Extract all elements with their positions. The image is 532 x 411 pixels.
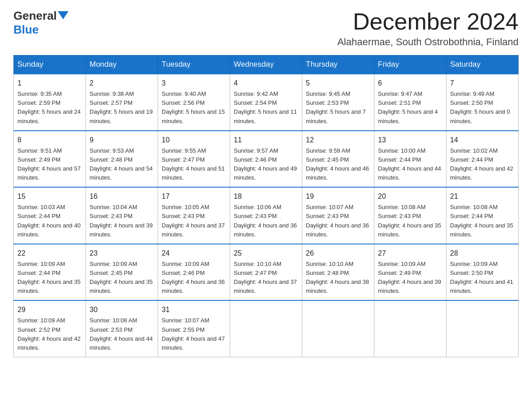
day-info: Sunrise: 10:09 AMSunset: 2:52 PMDaylight… xyxy=(17,317,81,351)
day-info: Sunrise: 9:35 AMSunset: 2:59 PMDaylight:… xyxy=(17,90,81,124)
calendar-cell xyxy=(230,300,302,357)
calendar-cell: 25 Sunrise: 10:10 AMSunset: 2:47 PMDayli… xyxy=(230,244,302,301)
day-number: 31 xyxy=(162,304,226,315)
day-info: Sunrise: 10:08 AMSunset: 2:43 PMDaylight… xyxy=(378,204,441,237)
calendar-cell: 14 Sunrise: 10:02 AMSunset: 2:44 PMDayli… xyxy=(446,131,519,188)
day-info: Sunrise: 10:09 AMSunset: 2:49 PMDaylight… xyxy=(378,261,441,294)
day-number: 27 xyxy=(378,248,442,259)
month-year-title: December 2024 xyxy=(337,9,519,34)
day-info: Sunrise: 10:00 AMSunset: 2:44 PMDaylight… xyxy=(378,147,441,181)
calendar-cell: 2 Sunrise: 9:38 AMSunset: 2:57 PMDayligh… xyxy=(86,74,158,131)
title-section: December 2024 Alahaermae, South Ostrobot… xyxy=(337,9,519,48)
day-info: Sunrise: 9:55 AMSunset: 2:47 PMDaylight:… xyxy=(162,147,225,181)
day-number: 12 xyxy=(306,135,370,146)
calendar-cell: 16 Sunrise: 10:04 AMSunset: 2:43 PMDayli… xyxy=(86,187,158,244)
calendar-cell xyxy=(374,300,446,357)
calendar-cell: 7 Sunrise: 9:49 AMSunset: 2:50 PMDayligh… xyxy=(446,74,519,131)
day-number: 6 xyxy=(378,78,442,89)
calendar-cell: 19 Sunrise: 10:07 AMSunset: 2:43 PMDayli… xyxy=(302,187,374,244)
day-info: Sunrise: 9:59 AMSunset: 2:45 PMDaylight:… xyxy=(306,147,369,181)
day-number: 11 xyxy=(234,135,298,146)
weekday-header-row: SundayMondayTuesdayWednesdayThursdayFrid… xyxy=(14,56,519,74)
day-number: 18 xyxy=(234,191,298,202)
calendar-cell: 1 Sunrise: 9:35 AMSunset: 2:59 PMDayligh… xyxy=(14,74,86,131)
calendar-cell: 9 Sunrise: 9:53 AMSunset: 2:48 PMDayligh… xyxy=(86,131,158,188)
day-info: Sunrise: 10:10 AMSunset: 2:47 PMDaylight… xyxy=(234,261,297,294)
calendar-cell: 28 Sunrise: 10:09 AMSunset: 2:50 PMDayli… xyxy=(446,244,519,301)
day-number: 2 xyxy=(90,78,154,89)
location-subtitle: Alahaermae, South Ostrobothnia, Finland xyxy=(337,36,519,48)
day-number: 17 xyxy=(162,191,226,202)
calendar-cell: 10 Sunrise: 9:55 AMSunset: 2:47 PMDaylig… xyxy=(158,131,230,188)
day-number: 5 xyxy=(306,78,370,89)
day-info: Sunrise: 9:51 AMSunset: 2:49 PMDaylight:… xyxy=(17,147,81,181)
day-number: 8 xyxy=(17,135,82,146)
day-number: 24 xyxy=(162,248,226,259)
day-number: 25 xyxy=(234,248,298,259)
day-number: 19 xyxy=(306,191,370,202)
day-info: Sunrise: 9:40 AMSunset: 2:56 PMDaylight:… xyxy=(162,90,225,124)
day-number: 13 xyxy=(378,135,442,146)
weekday-header-wednesday: Wednesday xyxy=(230,56,302,74)
day-number: 26 xyxy=(306,248,370,259)
calendar-cell: 8 Sunrise: 9:51 AMSunset: 2:49 PMDayligh… xyxy=(14,131,86,188)
calendar-cell xyxy=(302,300,374,357)
calendar-cell: 26 Sunrise: 10:10 AMSunset: 2:48 PMDayli… xyxy=(302,244,374,301)
day-info: Sunrise: 10:09 AMSunset: 2:45 PMDaylight… xyxy=(90,261,153,294)
weekday-header-saturday: Saturday xyxy=(446,56,519,74)
calendar-table: SundayMondayTuesdayWednesdayThursdayFrid… xyxy=(13,55,519,357)
calendar-cell: 20 Sunrise: 10:08 AMSunset: 2:43 PMDayli… xyxy=(374,187,446,244)
day-info: Sunrise: 9:45 AMSunset: 2:53 PMDaylight:… xyxy=(306,90,366,124)
day-number: 14 xyxy=(450,135,515,146)
calendar-cell: 24 Sunrise: 10:09 AMSunset: 2:46 PMDayli… xyxy=(158,244,230,301)
logo: General Blue xyxy=(13,9,69,37)
day-info: Sunrise: 9:42 AMSunset: 2:54 PMDaylight:… xyxy=(234,90,297,124)
week-row-5: 29 Sunrise: 10:09 AMSunset: 2:52 PMDayli… xyxy=(14,300,519,357)
page-header: General Blue December 2024 Alahaermae, S… xyxy=(13,9,519,48)
calendar-cell: 27 Sunrise: 10:09 AMSunset: 2:49 PMDayli… xyxy=(374,244,446,301)
day-info: Sunrise: 10:07 AMSunset: 2:43 PMDaylight… xyxy=(306,204,369,237)
day-info: Sunrise: 9:47 AMSunset: 2:51 PMDaylight:… xyxy=(378,90,438,124)
logo-blue-text: Blue xyxy=(13,23,39,37)
weekday-header-monday: Monday xyxy=(86,56,158,74)
day-info: Sunrise: 10:08 AMSunset: 2:53 PMDaylight… xyxy=(90,317,153,351)
day-info: Sunrise: 10:02 AMSunset: 2:44 PMDaylight… xyxy=(450,147,513,181)
weekday-header-tuesday: Tuesday xyxy=(158,56,230,74)
day-number: 23 xyxy=(90,248,154,259)
day-number: 3 xyxy=(162,78,226,89)
day-info: Sunrise: 10:06 AMSunset: 2:43 PMDaylight… xyxy=(234,204,297,237)
calendar-cell: 12 Sunrise: 9:59 AMSunset: 2:45 PMDaylig… xyxy=(302,131,374,188)
calendar-cell: 15 Sunrise: 10:03 AMSunset: 2:44 PMDayli… xyxy=(14,187,86,244)
day-number: 29 xyxy=(17,304,82,315)
calendar-cell: 17 Sunrise: 10:05 AMSunset: 2:43 PMDayli… xyxy=(158,187,230,244)
day-number: 21 xyxy=(450,191,515,202)
calendar-cell: 13 Sunrise: 10:00 AMSunset: 2:44 PMDayli… xyxy=(374,131,446,188)
day-number: 30 xyxy=(90,304,154,315)
calendar-cell: 22 Sunrise: 10:09 AMSunset: 2:44 PMDayli… xyxy=(14,244,86,301)
day-number: 22 xyxy=(17,248,82,259)
calendar-cell: 21 Sunrise: 10:08 AMSunset: 2:44 PMDayli… xyxy=(446,187,519,244)
day-number: 1 xyxy=(17,78,82,89)
day-number: 9 xyxy=(90,135,154,146)
day-info: Sunrise: 10:05 AMSunset: 2:43 PMDaylight… xyxy=(162,204,225,237)
week-row-3: 15 Sunrise: 10:03 AMSunset: 2:44 PMDayli… xyxy=(14,187,519,244)
week-row-2: 8 Sunrise: 9:51 AMSunset: 2:49 PMDayligh… xyxy=(14,131,519,188)
day-info: Sunrise: 9:38 AMSunset: 2:57 PMDaylight:… xyxy=(90,90,153,124)
calendar-cell: 3 Sunrise: 9:40 AMSunset: 2:56 PMDayligh… xyxy=(158,74,230,131)
calendar-cell: 23 Sunrise: 10:09 AMSunset: 2:45 PMDayli… xyxy=(86,244,158,301)
calendar-cell: 11 Sunrise: 9:57 AMSunset: 2:46 PMDaylig… xyxy=(230,131,302,188)
day-info: Sunrise: 10:09 AMSunset: 2:46 PMDaylight… xyxy=(162,261,225,294)
day-info: Sunrise: 9:57 AMSunset: 2:46 PMDaylight:… xyxy=(234,147,297,181)
calendar-cell: 6 Sunrise: 9:47 AMSunset: 2:51 PMDayligh… xyxy=(374,74,446,131)
day-number: 15 xyxy=(17,191,82,202)
calendar-cell xyxy=(446,300,519,357)
day-number: 28 xyxy=(450,248,515,259)
day-info: Sunrise: 10:04 AMSunset: 2:43 PMDaylight… xyxy=(90,204,153,237)
day-info: Sunrise: 10:08 AMSunset: 2:44 PMDaylight… xyxy=(450,204,513,237)
day-info: Sunrise: 10:09 AMSunset: 2:50 PMDaylight… xyxy=(450,261,513,294)
day-number: 20 xyxy=(378,191,442,202)
week-row-1: 1 Sunrise: 9:35 AMSunset: 2:59 PMDayligh… xyxy=(14,74,519,131)
day-number: 7 xyxy=(450,78,515,89)
day-info: Sunrise: 10:09 AMSunset: 2:44 PMDaylight… xyxy=(17,261,81,294)
day-info: Sunrise: 10:03 AMSunset: 2:44 PMDaylight… xyxy=(17,204,81,237)
